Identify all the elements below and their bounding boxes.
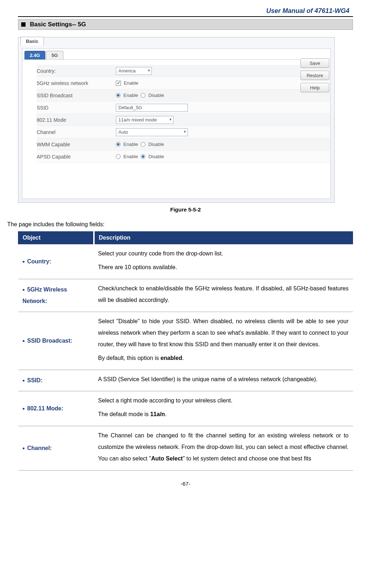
country-select[interactable]: America (116, 67, 152, 75)
label-5ghz-wireless: 5GHz wireless network (37, 80, 116, 86)
section-title: Basic Settings-- 5G (30, 21, 86, 28)
mode-select[interactable]: 11a/n mixed mode (116, 116, 173, 124)
section-heading: Basic Settings-- 5G (18, 19, 353, 30)
save-button[interactable]: Save (300, 58, 329, 68)
desc-mode-p2: The default mode is 11a/n. (98, 409, 349, 420)
apsd-enable-radio[interactable] (116, 154, 121, 159)
label-apsd: APSD Capable (37, 154, 116, 160)
ssid-broadcast-disable-label: Disable (148, 93, 164, 98)
label-ssid-broadcast: SSID Broadcast (37, 93, 116, 98)
desc-ssidb-p2: By default, this option is enabled. (98, 352, 349, 364)
desc-5ghz-p1: Check/uncheck to enable/disable the 5GHz… (98, 283, 349, 306)
wmm-disable-label: Disable (148, 142, 164, 147)
th-object: Object (18, 232, 94, 244)
figure-caption: Figure 5-5-2 (18, 206, 353, 213)
obj-5ghz: 5GHz Wireless Network: (23, 286, 67, 304)
th-description: Description (94, 232, 353, 244)
ssid-broadcast-enable-label: Enable (123, 93, 138, 98)
bullet-icon (23, 408, 24, 410)
table-row: SSID: A SSID (Service Set Identifier) is… (18, 370, 353, 391)
ssid-broadcast-enable-radio[interactable] (116, 93, 121, 98)
table-row: 802.11 Mode: Select a right mode accordi… (18, 391, 353, 426)
bullet-icon (23, 340, 24, 342)
help-button[interactable]: Help (300, 83, 329, 92)
enable-5ghz-label: Enable (124, 80, 138, 86)
channel-select[interactable]: Auto (116, 128, 188, 136)
restore-button[interactable]: Restore (300, 71, 329, 80)
obj-ssid: SSID: (27, 377, 43, 383)
apsd-enable-label: Enable (123, 154, 138, 159)
table-row: Country: Select your country code from t… (18, 244, 353, 279)
document-title: User Manual of 47611-WG4 (18, 7, 353, 16)
label-wmm: WMM Capable (37, 142, 116, 147)
tab-2-4g[interactable]: 2.4G (24, 51, 45, 59)
wmm-disable-radio[interactable] (141, 142, 145, 147)
label-802-11-mode: 802.11 Mode (37, 117, 116, 123)
obj-ssid-broadcast: SSID Broadcast: (27, 338, 72, 344)
bullet-icon (23, 380, 24, 382)
desc-channel-p1: The Channel can be changed to fit the ch… (98, 430, 349, 464)
fields-table: Object Description Country: Select your … (18, 231, 353, 471)
enable-5ghz-checkbox[interactable]: ✔ (116, 81, 121, 86)
desc-country-p2: There are 10 options available. (98, 262, 349, 273)
table-row: SSID Broadcast: Select "Disable" to hide… (18, 312, 353, 370)
wmm-enable-label: Enable (123, 142, 138, 147)
desc-mode-p1: Select a right mode according to your wi… (98, 395, 349, 406)
apsd-disable-label: Disable (148, 154, 164, 159)
tab-basic[interactable]: Basic (21, 37, 44, 45)
divider (18, 16, 353, 17)
desc-ssidb-p1: Select "Disable" to hide your SSID. When… (98, 316, 349, 350)
ssid-broadcast-disable-radio[interactable] (141, 93, 145, 98)
obj-mode: 802.11 Mode: (27, 405, 63, 411)
square-bullet-icon (21, 22, 26, 27)
tab-5g[interactable]: 5G (46, 51, 63, 59)
bullet-icon (23, 261, 24, 263)
intro-text: The page includes the following fields: (7, 221, 353, 228)
apsd-disable-radio[interactable] (141, 154, 145, 159)
embedded-screenshot: Basic 2.4G 5G Country: America 5GHz wire… (18, 37, 335, 203)
label-ssid: SSID (37, 105, 116, 111)
desc-country-p1: Select your country code from the drop-d… (98, 248, 349, 259)
desc-ssid-p1: A SSID (Service Set Identifier) is the u… (98, 374, 349, 385)
bullet-icon (23, 447, 24, 449)
ssid-input[interactable]: Default_5G (116, 104, 188, 112)
obj-country: Country: (27, 258, 51, 264)
wmm-enable-radio[interactable] (116, 142, 121, 147)
label-channel: Channel (37, 129, 116, 135)
obj-channel: Channel: (27, 445, 52, 451)
table-row: 5GHz Wireless Network: Check/uncheck to … (18, 279, 353, 312)
label-country: Country: (37, 68, 116, 74)
table-row: Channel: The Channel can be changed to f… (18, 426, 353, 471)
bullet-icon (23, 289, 24, 291)
page-number: -67- (18, 481, 353, 487)
